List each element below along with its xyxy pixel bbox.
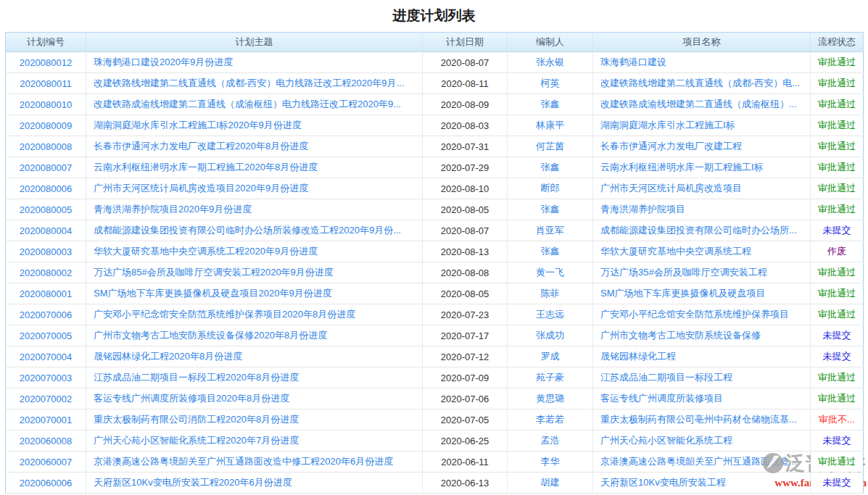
plan-number-link[interactable]: 2020080001: [20, 288, 72, 299]
plan-subject-link[interactable]: 华软大厦研究基地中央空调系统工程2020年9月份进度: [94, 246, 318, 257]
plan-subject-link[interactable]: 晟铭园林绿化工程2020年8月份进度: [94, 351, 242, 362]
project-name-link[interactable]: 天府新区10Kv变电所安装工程: [600, 477, 726, 488]
status-link[interactable]: 作废: [827, 246, 846, 257]
plan-number-link[interactable]: 2020070001: [20, 415, 72, 425]
plan-subject-link[interactable]: 云南水利枢纽潜明水库一期工程施工2020年8月份进度: [94, 162, 318, 172]
plan-number-link[interactable]: 2020080002: [20, 267, 72, 278]
project-name-link[interactable]: SM广场地下车库更换摄像机及硬盘项目: [600, 288, 766, 299]
compiler-link[interactable]: 张鑫: [541, 204, 560, 215]
project-name-link[interactable]: 改建铁路成渝线增建第二直通线（成渝枢纽）...: [600, 99, 797, 109]
status-link[interactable]: 审批通过: [818, 288, 856, 299]
compiler-link[interactable]: 黄思璐: [536, 393, 564, 404]
plan-number-link[interactable]: 2020060007: [20, 457, 72, 467]
compiler-link[interactable]: 柯英: [541, 78, 560, 88]
status-link[interactable]: 审批通过: [818, 309, 856, 320]
plan-subject-link[interactable]: 成都能源建设集团投资有限公司临时办公场所装修改造工程2020年9月份...: [94, 225, 401, 236]
plan-number-link[interactable]: 2020080011: [20, 78, 71, 89]
plan-subject-link[interactable]: 重庆太极制药有限公司消防工程2020年8月份进度: [94, 414, 299, 425]
status-link[interactable]: 审批通过: [818, 393, 856, 404]
project-name-link[interactable]: 广安邓小平纪念馆安全防范系统维护保养项目: [600, 309, 789, 320]
status-link[interactable]: 审批不...: [819, 414, 855, 425]
compiler-link[interactable]: 孟浩: [541, 435, 560, 446]
plan-subject-link[interactable]: 广州天心苑小区智能化系统工程2020年7月份进度: [94, 435, 299, 446]
project-name-link[interactable]: 青海洪湖养护院项目: [600, 204, 685, 215]
status-link[interactable]: 审批通过: [818, 99, 856, 109]
compiler-link[interactable]: 张成功: [536, 330, 564, 341]
compiler-link[interactable]: 张鑫: [541, 162, 560, 172]
project-name-link[interactable]: 江苏成品油二期项目一标段工程: [600, 372, 732, 383]
project-name-link[interactable]: 长春市伊通河水力发电厂改建工程: [600, 141, 742, 151]
plan-subject-link[interactable]: 广州市文物考古工地安防系统设备保修2020年8月份进度: [94, 330, 327, 341]
compiler-link[interactable]: 张鑫: [541, 246, 560, 257]
compiler-link[interactable]: 陈菲: [541, 288, 560, 299]
project-name-link[interactable]: 云南水利枢纽潜明水库一期工程施工I标: [600, 162, 764, 172]
status-link[interactable]: 未提交: [823, 330, 851, 341]
project-name-link[interactable]: 广州市天河区统计局机房改造项目: [600, 183, 742, 194]
plan-subject-link[interactable]: 广州市天河区统计局机房改造项目2020年9月份进度: [94, 183, 308, 194]
project-name-link[interactable]: 万达广场35#会所及咖啡厅空调安装工程: [600, 267, 767, 278]
project-name-link[interactable]: 重庆太极制药有限公司亳州中药材仓储物流基...: [600, 414, 797, 425]
project-name-link[interactable]: 广州市文物考古工地安防系统设备保修: [600, 330, 761, 341]
plan-subject-link[interactable]: 客运专线广州调度所装修项目2020年8月份进度: [94, 393, 289, 404]
project-name-link[interactable]: 晟铭园林绿化工程: [600, 351, 676, 362]
plan-subject-link[interactable]: 改建铁路成渝线增建第二直通线（成渝枢纽）电力线路迁改工程2020年9...: [94, 99, 401, 109]
plan-subject-link[interactable]: 江苏成品油二期项目一标段工程2020年8月份进度: [94, 372, 299, 383]
project-name-link[interactable]: 华软大厦研究基地中央空调系统工程: [600, 246, 751, 257]
plan-number-link[interactable]: 2020060006: [20, 478, 72, 488]
plan-number-link[interactable]: 2020080005: [20, 204, 72, 215]
plan-number-link[interactable]: 2020070005: [20, 330, 72, 341]
status-link[interactable]: 未提交: [823, 477, 851, 488]
plan-number-link[interactable]: 2020080008: [20, 141, 72, 152]
status-link[interactable]: 未提交: [823, 225, 851, 236]
compiler-link[interactable]: 断郎: [541, 183, 560, 194]
plan-subject-link[interactable]: 长春市伊通河水力发电厂改建工程2020年8月份进度: [94, 141, 308, 151]
plan-subject-link[interactable]: 天府新区10Kv变电所安装工程2020年6月份进度: [94, 477, 292, 488]
compiler-link[interactable]: 黄一飞: [536, 267, 564, 278]
plan-subject-link[interactable]: SM广场地下车库更换摄像机及硬盘项目2020年9月份进度: [94, 288, 332, 299]
status-link[interactable]: 审批通过: [818, 141, 856, 151]
plan-number-link[interactable]: 2020070006: [20, 309, 72, 320]
compiler-link[interactable]: 李华: [541, 456, 560, 467]
project-name-link[interactable]: 改建铁路线增建第二线直通线（成都-西安）电...: [600, 78, 800, 88]
compiler-link[interactable]: 肖亚军: [536, 225, 564, 236]
plan-number-link[interactable]: 2020080003: [20, 246, 72, 257]
plan-number-link[interactable]: 2020080004: [20, 225, 72, 236]
status-link[interactable]: 未提交: [823, 351, 851, 362]
compiler-link[interactable]: 何芷茵: [536, 141, 564, 151]
plan-subject-link[interactable]: 珠海鹤港口建设2020年9月份进度: [94, 57, 233, 67]
plan-number-link[interactable]: 2020080006: [20, 183, 72, 194]
plan-number-link[interactable]: 2020070003: [20, 373, 72, 383]
project-name-link[interactable]: 珠海鹤港口建设: [600, 57, 666, 67]
status-link[interactable]: 审批通过: [818, 267, 856, 278]
project-name-link[interactable]: 客运专线广州调度所装修项目: [600, 393, 723, 404]
plan-number-link[interactable]: 2020080010: [20, 99, 72, 110]
compiler-link[interactable]: 罗成: [541, 351, 560, 362]
status-link[interactable]: 审批通过: [818, 456, 856, 467]
status-link[interactable]: 审批通过: [818, 162, 856, 172]
plan-subject-link[interactable]: 广安邓小平纪念馆安全防范系统维护保养项目2020年8月份进度: [94, 309, 355, 320]
status-link[interactable]: 审批通过: [818, 204, 856, 215]
compiler-link[interactable]: 李若若: [536, 414, 564, 425]
plan-subject-link[interactable]: 万达广场85#会所及咖啡厅空调安装工程2020年9月份进度: [94, 267, 334, 278]
plan-subject-link[interactable]: 京港澳高速公路粤境韶关至广州互通路面改造中修工程2020年6月份进度: [94, 456, 393, 467]
plan-subject-link[interactable]: 青海洪湖养护院项目2020年9月份进度: [94, 204, 252, 215]
status-link[interactable]: 审批通过: [818, 183, 856, 194]
status-link[interactable]: 审批通过: [818, 372, 856, 383]
project-name-link[interactable]: 湖南洞庭湖水库引水工程施工I标: [600, 120, 735, 130]
status-link[interactable]: 审批通过: [818, 78, 856, 88]
status-link[interactable]: 未提交: [823, 435, 851, 446]
plan-number-link[interactable]: 2020060008: [20, 436, 72, 446]
project-name-link[interactable]: 成都能源建设集团投资有限公司临时办公场所...: [600, 225, 797, 236]
plan-subject-link[interactable]: 改建铁路线增建第二线直通线（成都-西安）电力线路迁改工程2020年9月...: [94, 78, 404, 88]
project-name-link[interactable]: 广州天心苑小区智能化系统工程: [600, 435, 732, 446]
project-name-link[interactable]: 京港澳高速公路粤境韶关至广州互通路面改造...: [600, 456, 797, 467]
plan-subject-link[interactable]: 湖南洞庭湖水库引水工程施工I标2020年9月份进度: [94, 120, 302, 130]
compiler-link[interactable]: 苑子豪: [536, 372, 564, 383]
compiler-link[interactable]: 王志远: [536, 309, 564, 320]
compiler-link[interactable]: 胡建: [541, 477, 560, 488]
status-link[interactable]: 审批通过: [818, 120, 856, 130]
plan-number-link[interactable]: 2020080007: [20, 162, 72, 173]
compiler-link[interactable]: 林康平: [536, 120, 564, 130]
status-link[interactable]: 审批通过: [818, 57, 856, 67]
plan-number-link[interactable]: 2020070002: [20, 394, 72, 404]
